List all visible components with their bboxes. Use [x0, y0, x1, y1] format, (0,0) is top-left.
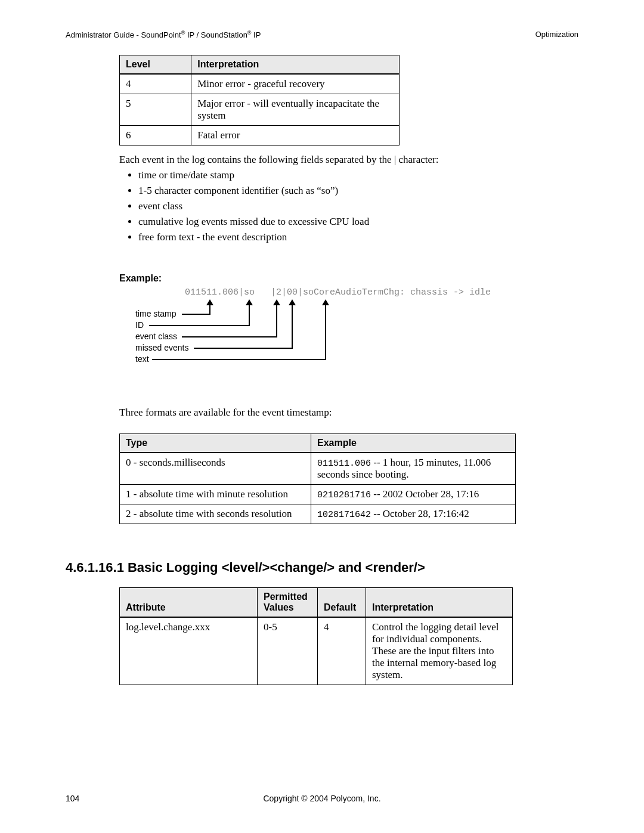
arrow-up-icon: [322, 299, 329, 305]
example-code-line: 011511.006|so |2|00|soCoreAudioTermChg: …: [185, 287, 491, 298]
diagram-label-text: text: [135, 354, 149, 364]
diagram-line: [209, 305, 210, 314]
table-header-permitted: Permitted Values: [258, 588, 318, 618]
table-cell: 6: [120, 126, 191, 145]
table-cell: 4: [120, 74, 191, 94]
code-text: 011511.006: [317, 459, 371, 469]
table-cell: 1028171642 -- October 28, 17:16:42: [311, 504, 516, 524]
table-header-level: Level: [120, 55, 191, 75]
table-row: 2 - absolute time with seconds resolutio…: [120, 504, 516, 524]
table-cell: Minor error - graceful recovery: [191, 74, 400, 94]
table-header-default: Default: [318, 588, 366, 618]
diagram-line: [325, 305, 326, 360]
paragraph-formats: Three formats are available for the even…: [119, 407, 578, 419]
diagram-line: [249, 305, 250, 326]
diagram-label-id: ID: [135, 320, 144, 330]
page-footer: 104 Copyright © 2004 Polycom, Inc.: [66, 794, 578, 803]
table-row: 6 Fatal error: [120, 126, 400, 145]
table-cell: 4: [318, 617, 366, 685]
table-cell: 2 - absolute time with seconds resolutio…: [120, 504, 311, 524]
diagram-line: [152, 359, 326, 360]
diagram-line: [194, 348, 293, 349]
bullet-list: time or time/date stamp 1-5 character co…: [138, 169, 578, 243]
table-cell: Major error - will eventually incapacita…: [191, 94, 400, 126]
desc-text: -- 2002 October 28, 17:16: [371, 488, 479, 500]
header-right: Optimization: [535, 30, 578, 39]
header-left-text3: IP: [252, 30, 261, 39]
example-diagram: 011511.006|so |2|00|soCoreAudioTermChg: …: [119, 287, 578, 377]
arrow-up-icon: [273, 299, 280, 305]
list-item: 1-5 character component identifier (such…: [138, 185, 578, 197]
table-row: 0 - seconds.milliseconds 011511.006 -- 1…: [120, 453, 516, 485]
list-item: time or time/date stamp: [138, 169, 578, 181]
table-row: 4 Minor error - graceful recovery: [120, 74, 400, 94]
code-text: 1028171642: [317, 510, 371, 520]
diagram-line: [182, 314, 210, 315]
table-header-example: Example: [311, 434, 516, 453]
table-cell: 0210281716 -- 2002 October 28, 17:16: [311, 485, 516, 504]
arrow-up-icon: [246, 299, 253, 305]
arrow-up-icon: [206, 299, 213, 305]
table-cell: 0-5: [258, 617, 318, 685]
table-header-interpretation: Interpretation: [366, 588, 513, 618]
table-cell: 5: [120, 94, 191, 126]
diagram-line: [182, 336, 277, 337]
registered-mark-icon: ®: [247, 30, 252, 36]
section-heading: 4.6.1.16.1 Basic Logging <level/><change…: [66, 560, 578, 575]
page-header: Administrator Guide - SoundPoint® IP / S…: [66, 30, 578, 43]
code-text: 0210281716: [317, 490, 371, 500]
diagram-label-eventclass: event class: [135, 332, 177, 341]
table-header-interpretation: Interpretation: [191, 55, 400, 75]
table-header-attribute: Attribute: [120, 588, 258, 618]
levels-table: Level Interpretation 4 Minor error - gra…: [119, 55, 400, 145]
diagram-label-timestamp: time stamp: [135, 309, 176, 318]
desc-text: -- October 28, 17:16:42: [371, 508, 469, 519]
content-block-1: Level Interpretation 4 Minor error - gra…: [119, 55, 578, 243]
content-block-2: Three formats are available for the even…: [119, 407, 578, 524]
diagram-line: [276, 305, 277, 337]
example-title: Example:: [119, 273, 578, 284]
header-left-text2: IP / SoundStation: [185, 30, 247, 39]
list-item: cumulative log events missed due to exce…: [138, 216, 578, 228]
diagram-line: [149, 325, 250, 326]
attributes-table: Attribute Permitted Values Default Inter…: [119, 587, 513, 685]
table-cell: Control the logging detail level for ind…: [366, 617, 513, 685]
diagram-line: [292, 305, 293, 348]
table-cell: 1 - absolute time with minute resolution: [120, 485, 311, 504]
table-row: 5 Major error - will eventually incapaci…: [120, 94, 400, 126]
list-item: free form text - the event description: [138, 231, 578, 243]
header-left: Administrator Guide - SoundPoint® IP / S…: [66, 30, 261, 39]
table-cell: 011511.006 -- 1 hour, 15 minutes, 11.006…: [311, 453, 516, 485]
table-cell: Fatal error: [191, 126, 400, 145]
diagram-label-missed: missed events: [135, 343, 188, 352]
footer-copyright: Copyright © 2004 Polycom, Inc.: [66, 794, 578, 803]
arrow-up-icon: [289, 299, 296, 305]
page: Administrator Guide - SoundPoint® IP / S…: [0, 0, 644, 833]
intro-paragraph: Each event in the log contains the follo…: [119, 154, 578, 166]
table-header-type: Type: [120, 434, 311, 453]
example-block: Example: 011511.006|so |2|00|soCoreAudio…: [119, 273, 578, 377]
table-cell: log.level.change.xxx: [120, 617, 258, 685]
header-left-text: Administrator Guide - SoundPoint: [66, 30, 181, 39]
table-cell: 0 - seconds.milliseconds: [120, 453, 311, 485]
table-row: 1 - absolute time with minute resolution…: [120, 485, 516, 504]
content-block-3: Attribute Permitted Values Default Inter…: [119, 587, 578, 685]
timestamp-formats-table: Type Example 0 - seconds.milliseconds 01…: [119, 433, 516, 524]
table-row: log.level.change.xxx 0-5 4 Control the l…: [120, 617, 513, 685]
list-item: event class: [138, 200, 578, 212]
